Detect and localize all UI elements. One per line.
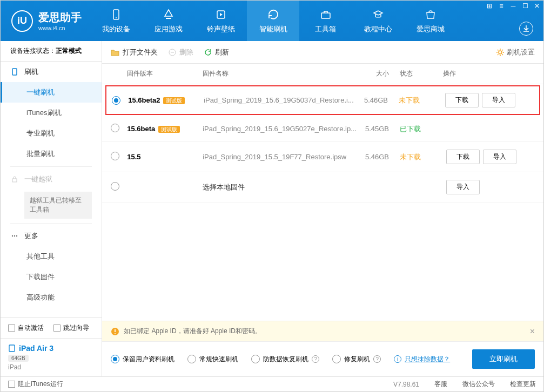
main-panel: 打开文件夹 删除 刷新 刷机设置 固件版本 固件名称 大小 状态 操作 [102, 41, 543, 376]
block-itunes-checkbox[interactable]: 阻止iTunes运行 [8, 380, 63, 389]
flash-icon [267, 8, 280, 21]
size-cell: 5.45GB [357, 125, 400, 133]
minimize-icon[interactable]: ─ [509, 2, 517, 10]
table-header: 固件版本 固件名称 大小 状态 操作 [102, 64, 543, 84]
nav-tab-store[interactable]: 爱思商城 [404, 1, 456, 41]
firmware-row[interactable]: 15.6beta测试版 iPad_Spring_2019_15.6_19G502… [102, 116, 543, 142]
flash-option[interactable]: 常规快速刷机 [187, 355, 238, 364]
nav-tab-ringtone[interactable]: 铃声壁纸 [194, 1, 247, 41]
name-cell: iPad_Spring_2019_15.5_19F77_Restore.ipsw [203, 153, 357, 161]
delete-button[interactable]: 删除 [169, 48, 193, 57]
flash-group-icon [10, 67, 19, 76]
warning-icon [111, 327, 119, 336]
download-icon[interactable] [519, 22, 533, 36]
status-cell: 未下载 [400, 152, 443, 162]
window-controls: ⊞ ≡ ─ ☐ ✕ [486, 2, 541, 10]
footer-support[interactable]: 客服 [434, 380, 447, 389]
action-cell: 下载导入 [442, 93, 534, 107]
th-name: 固件名称 [203, 69, 357, 78]
th-version: 固件版本 [127, 69, 203, 78]
open-folder-button[interactable]: 打开文件夹 [111, 48, 158, 57]
sidebar-item-advanced[interactable]: 高级功能 [1, 287, 102, 308]
more-icon [10, 232, 19, 240]
svg-point-7 [12, 235, 13, 236]
footer-wechat[interactable]: 微信公众号 [462, 380, 495, 389]
menu-icon[interactable]: ≡ [498, 2, 505, 10]
svg-point-8 [14, 235, 15, 236]
connection-status: 设备连接状态：正常模式 [1, 41, 102, 62]
close-icon[interactable]: ✕ [533, 2, 541, 10]
erase-link[interactable]: 只想抹除数据？ [405, 355, 450, 364]
footer-update[interactable]: 检查更新 [510, 380, 536, 389]
sidebar-item-download-fw[interactable]: 下载固件 [1, 267, 102, 287]
grid-icon[interactable]: ⊞ [486, 2, 493, 10]
svg-rect-4 [321, 13, 330, 18]
toolbox-icon [319, 8, 332, 21]
sidebar-group-more[interactable]: 更多 [1, 226, 102, 246]
tutorial-icon [372, 8, 385, 21]
import-button[interactable]: 导入 [482, 93, 515, 107]
sidebar-item-pro[interactable]: 专业刷机 [1, 123, 102, 144]
sidebar-item-oneclick[interactable]: 一键刷机 [1, 82, 102, 103]
flash-settings-button[interactable]: 刷机设置 [496, 48, 535, 57]
nav-tab-device[interactable]: 我的设备 [90, 1, 142, 41]
sidebar-group-flash[interactable]: 刷机 [1, 62, 102, 82]
download-button[interactable]: 下载 [445, 93, 479, 107]
status-cell: 已下载 [400, 124, 443, 134]
version-cell: 15.6beta2测试版 [128, 96, 204, 105]
nav-tab-apps[interactable]: 应用游戏 [142, 1, 194, 41]
erase-link-group: i只想抹除数据？ [394, 355, 450, 364]
flash-options-row: 保留用户资料刷机常规快速刷机防数据恢复刷机?修复刷机?i只想抹除数据？立即刷机 [102, 342, 543, 376]
flash-option[interactable]: 保留用户资料刷机 [111, 355, 174, 364]
version-cell: 15.5 [127, 153, 203, 161]
skip-guide-checkbox[interactable]: 跳过向导 [53, 323, 89, 333]
firmware-row[interactable]: 选择本地固件 导入 [102, 172, 543, 202]
footer: 阻止iTunes运行 V7.98.61 客服 微信公众号 检查更新 [1, 376, 543, 391]
import-button[interactable]: 导入 [446, 180, 480, 194]
th-action: 操作 [443, 69, 535, 78]
flash-now-button[interactable]: 立即刷机 [472, 349, 535, 369]
flash-option[interactable]: 修复刷机? [332, 355, 381, 364]
action-cell: 导入 [443, 180, 535, 194]
name-cell: iPad_Spring_2019_15.6_19G5027e_Restore.i… [203, 125, 357, 133]
device-info: iPad Air 3 64GB iPad [1, 339, 102, 376]
warning-bar: 如已绑定 Apple ID，请准备好 Apple ID和密码。 × [102, 321, 543, 342]
sidebar-item-itunes[interactable]: iTunes刷机 [1, 103, 102, 123]
device-icon [110, 8, 123, 21]
sidebar-item-other[interactable]: 其他工具 [1, 246, 102, 267]
maximize-icon[interactable]: ☐ [521, 2, 529, 10]
nav-tabs: 我的设备应用游戏铃声壁纸智能刷机工具箱教程中心爱思商城 [90, 1, 543, 41]
apps-icon [162, 8, 175, 21]
help-icon[interactable]: ? [373, 355, 381, 363]
select-radio[interactable] [111, 152, 119, 160]
name-cell: 选择本地固件 [203, 183, 357, 192]
size-cell: 5.46GB [355, 96, 399, 104]
import-button[interactable]: 导入 [483, 150, 516, 164]
auto-activate-checkbox[interactable]: 自动激活 [8, 323, 44, 333]
storage-badge: 64GB [8, 355, 29, 362]
logo-text: 爱思助手 [38, 10, 82, 25]
version-cell: 15.6beta测试版 [127, 125, 203, 133]
device-type: iPad [8, 363, 94, 371]
nav-tab-flash[interactable]: 智能刷机 [247, 1, 299, 41]
select-radio[interactable] [111, 124, 119, 132]
sidebar-item-batch[interactable]: 批量刷机 [1, 144, 102, 164]
refresh-button[interactable]: 刷新 [204, 48, 229, 57]
store-icon [424, 8, 437, 21]
download-button[interactable]: 下载 [446, 150, 480, 164]
select-radio[interactable] [111, 182, 119, 191]
logo-url: www.i4.cn [38, 25, 82, 31]
select-radio[interactable] [112, 96, 120, 105]
firmware-row[interactable]: 15.5 iPad_Spring_2019_15.5_19F77_Restore… [102, 142, 543, 172]
help-icon[interactable]: ? [312, 355, 319, 363]
th-status: 状态 [400, 69, 443, 78]
nav-tab-tutorial[interactable]: 教程中心 [352, 1, 404, 41]
svg-rect-6 [12, 179, 17, 182]
svg-rect-2 [166, 18, 171, 19]
device-name[interactable]: iPad Air 3 [8, 344, 94, 353]
svg-point-1 [116, 17, 117, 18]
close-warning-icon[interactable]: × [530, 327, 535, 336]
nav-tab-toolbox[interactable]: 工具箱 [299, 1, 352, 41]
flash-option[interactable]: 防数据恢复刷机? [251, 355, 319, 364]
firmware-row[interactable]: 15.6beta2测试版 iPad_Spring_2019_15.6_19G50… [105, 85, 540, 115]
